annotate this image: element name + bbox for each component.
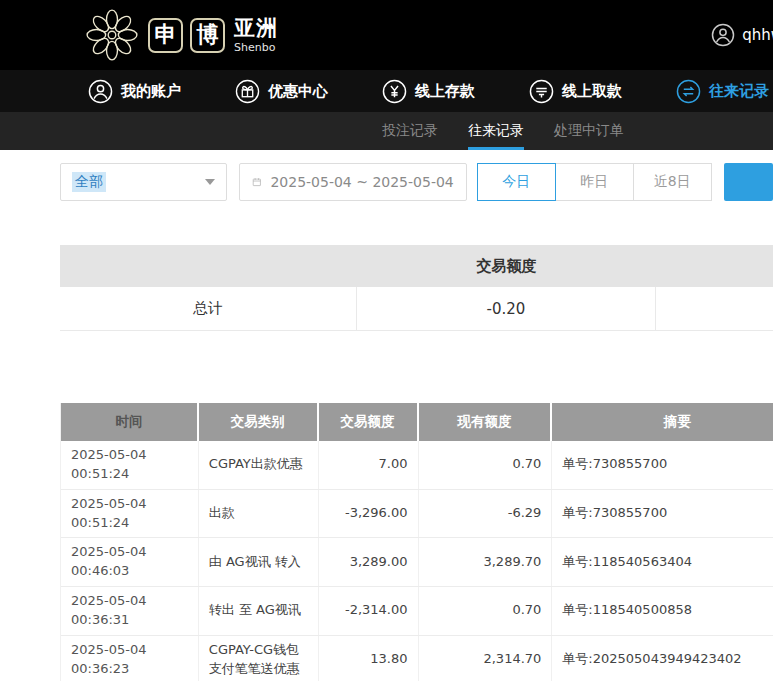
- tab-transfer-records[interactable]: 往来记录: [468, 112, 524, 150]
- cell-balance: -6.29: [419, 490, 553, 538]
- nav-item-deposit[interactable]: 线上存款: [382, 79, 475, 104]
- summary-total-label: 总计: [60, 287, 357, 330]
- date-range-value: 2025-05-04 ~ 2025-05-04: [270, 174, 453, 190]
- type-dropdown[interactable]: 全部: [60, 163, 227, 201]
- summary-header-row: 交易额度: [60, 245, 773, 287]
- summary-header-label: 交易额度: [357, 245, 656, 287]
- quick-range-8days-button[interactable]: 近8日: [633, 163, 712, 201]
- cell-summary: 单号:202505043949423402: [552, 636, 773, 681]
- summary-total-row: 总计 -0.20: [60, 287, 773, 331]
- main-nav: 我的账户 优惠中心 线上存款 线上取款 往来记录: [0, 70, 773, 112]
- cell-balance: 3,289.70: [419, 538, 553, 586]
- type-dropdown-value: 全部: [72, 172, 106, 192]
- calendar-icon: [252, 173, 262, 191]
- summary-table: 交易额度 总计 -0.20: [60, 245, 773, 331]
- column-header-type: 交易类别: [199, 403, 319, 441]
- table-row: 2025-05-04 00:36:31转出 至 AG视讯-2,314.000.7…: [61, 587, 773, 636]
- gift-icon: [235, 79, 260, 104]
- quick-range-today-button[interactable]: 今日: [477, 163, 556, 201]
- brand-wordmark: 亚洲 Shenbo: [234, 18, 278, 53]
- transactions-body: 2025-05-04 00:51:24CGPAY出款优惠7.000.70单号:7…: [61, 441, 773, 681]
- cell-time: 2025-05-04 00:46:03: [61, 538, 199, 586]
- table-row: 2025-05-04 00:51:24出款-3,296.00-6.29单号:73…: [61, 490, 773, 539]
- table-row: 2025-05-04 00:46:03由 AG视讯 转入3,289.003,28…: [61, 538, 773, 587]
- nav-label: 线上取款: [562, 82, 622, 101]
- quick-range-group: 今日 昨日 近8日: [477, 163, 712, 201]
- nav-label: 我的账户: [121, 82, 181, 101]
- cell-amount: 3,289.00: [319, 538, 419, 586]
- summary-empty-cell: [656, 287, 773, 330]
- cell-amount: -2,314.00: [319, 587, 419, 635]
- cell-type: CGPAY出款优惠: [199, 441, 319, 489]
- tab-processing-orders[interactable]: 处理中订单: [554, 112, 624, 150]
- user-icon: [88, 79, 113, 104]
- chevron-down-icon: [205, 179, 215, 185]
- cell-type: 由 AG视讯 转入: [199, 538, 319, 586]
- nav-label: 线上存款: [415, 82, 475, 101]
- cell-balance: 2,314.70: [419, 636, 553, 681]
- cell-time: 2025-05-04 00:36:31: [61, 587, 199, 635]
- cell-amount: 13.80: [319, 636, 419, 681]
- cell-balance: 0.70: [419, 587, 553, 635]
- cell-time: 2025-05-04 00:51:24: [61, 441, 199, 489]
- filter-bar: 全部 2025-05-04 ~ 2025-05-04 今日 昨日 近8日: [60, 163, 773, 201]
- nav-item-promotions[interactable]: 优惠中心: [235, 79, 328, 104]
- brand-subtitle: Shenbo: [234, 42, 278, 53]
- quick-range-yesterday-button[interactable]: 昨日: [555, 163, 634, 201]
- username: qhhw: [742, 26, 773, 44]
- nav-item-withdraw[interactable]: 线上取款: [529, 79, 622, 104]
- column-header-time: 时间: [61, 403, 199, 441]
- table-row: 2025-05-04 00:36:23CGPAY-CG钱包支付笔笔送优惠13.8…: [61, 636, 773, 681]
- page: 申 博 亚洲 Shenbo qhhw 我的账户: [0, 0, 773, 681]
- cell-summary: 单号:118540500858: [552, 587, 773, 635]
- cell-amount: -3,296.00: [319, 490, 419, 538]
- nav-item-my-account[interactable]: 我的账户: [88, 79, 181, 104]
- table-row: 2025-05-04 00:51:24CGPAY出款优惠7.000.70单号:7…: [61, 441, 773, 490]
- brand-char-1: 申: [148, 18, 183, 53]
- nav-item-transfer-records[interactable]: 往来记录: [676, 79, 769, 104]
- withdraw-icon: [529, 79, 554, 104]
- brand-logo[interactable]: 申 博 亚洲 Shenbo: [85, 8, 278, 62]
- cell-type: 出款: [199, 490, 319, 538]
- transfer-records-icon: [676, 79, 701, 104]
- brand-region: 亚洲: [234, 18, 278, 39]
- search-button[interactable]: [724, 163, 773, 201]
- cell-time: 2025-05-04 00:51:24: [61, 490, 199, 538]
- nav-label: 优惠中心: [268, 82, 328, 101]
- cell-summary: 单号:730855700: [552, 490, 773, 538]
- cell-amount: 7.00: [319, 441, 419, 489]
- user-avatar-icon: [711, 23, 735, 47]
- summary-header-spacer: [656, 245, 773, 287]
- column-header-balance: 现有额度: [419, 403, 553, 441]
- summary-total-value: -0.20: [357, 287, 656, 330]
- tab-betting-records[interactable]: 投注记录: [382, 112, 438, 150]
- cell-type: CGPAY-CG钱包支付笔笔送优惠: [199, 636, 319, 681]
- sub-nav: 投注记录 往来记录 处理中订单: [0, 112, 773, 150]
- summary-header-spacer: [60, 245, 357, 287]
- flower-logo-icon: [85, 8, 139, 62]
- cell-type: 转出 至 AG视讯: [199, 587, 319, 635]
- date-range-picker[interactable]: 2025-05-04 ~ 2025-05-04: [239, 163, 467, 201]
- nav-label: 往来记录: [709, 82, 769, 101]
- top-header: 申 博 亚洲 Shenbo qhhw: [0, 0, 773, 70]
- deposit-icon: [382, 79, 407, 104]
- user-account[interactable]: qhhw: [711, 23, 773, 47]
- cell-summary: 单号:730855700: [552, 441, 773, 489]
- cell-summary: 单号:118540563404: [552, 538, 773, 586]
- brand-char-2: 博: [190, 18, 225, 53]
- cell-time: 2025-05-04 00:36:23: [61, 636, 199, 681]
- transactions-table: 时间 交易类别 交易额度 现有额度 摘要 2025-05-04 00:51:24…: [60, 403, 773, 681]
- column-header-summary: 摘要: [552, 403, 773, 441]
- cell-balance: 0.70: [419, 441, 553, 489]
- column-header-amount: 交易额度: [319, 403, 419, 441]
- transactions-header-row: 时间 交易类别 交易额度 现有额度 摘要: [61, 403, 773, 441]
